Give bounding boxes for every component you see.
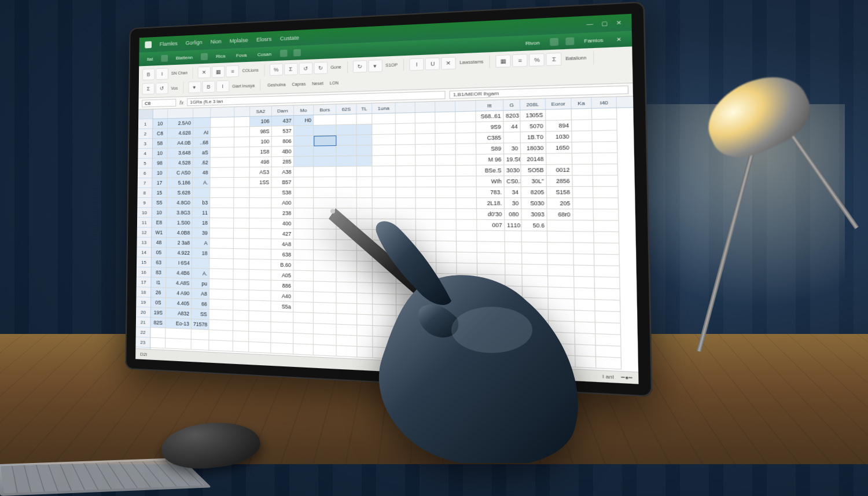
cell[interactable] [336,219,356,229]
cell[interactable] [249,259,271,270]
cell[interactable] [314,260,336,271]
cell[interactable]: A00 [271,198,293,208]
cell[interactable] [373,230,396,241]
zoom-slider-icon[interactable]: ━●━ [621,374,632,381]
cell[interactable] [396,251,417,262]
cell[interactable] [293,323,314,335]
cell[interactable] [294,208,314,219]
cell[interactable] [209,320,234,331]
cell[interactable] [210,218,234,229]
row-header[interactable]: 11 [137,218,152,227]
cell[interactable] [249,291,271,302]
cell[interactable] [574,254,595,266]
row-header[interactable]: 8 [137,188,152,198]
cell[interactable]: 15 [152,188,167,198]
cell[interactable] [357,114,373,125]
cell[interactable] [396,273,417,284]
cell[interactable] [477,264,505,275]
cell[interactable] [456,133,477,144]
cell[interactable]: B.60 [271,260,294,271]
cell[interactable]: A05 [271,270,294,281]
toolbar-button[interactable]: ≡ [512,54,528,67]
cell[interactable] [314,115,336,126]
cell[interactable] [211,127,234,138]
cell[interactable] [396,305,417,317]
row-header[interactable]: 7 [138,178,152,188]
cell[interactable]: 71578 [192,319,209,330]
toolbar-button[interactable]: ▦ [496,54,512,68]
cell[interactable] [271,343,293,355]
cell[interactable] [396,155,415,166]
cell[interactable] [505,253,522,264]
toolbar-button[interactable]: ▦ [212,65,225,78]
cell[interactable]: CS0.3 [505,176,521,187]
cell[interactable] [522,243,548,254]
cell[interactable] [372,113,396,124]
cell[interactable] [437,350,458,362]
cell[interactable] [416,188,436,199]
toolbar-button[interactable]: % [529,53,545,67]
cell[interactable] [249,342,271,354]
ribbon-subtab[interactable]: Blattenn [174,54,195,61]
column-header[interactable] [455,101,476,111]
cell[interactable] [234,259,249,270]
cell[interactable] [396,113,415,124]
cell[interactable]: ..68 [193,138,211,148]
cell[interactable] [477,242,505,253]
cell[interactable]: A38 [271,167,293,178]
cell[interactable] [233,331,249,342]
cell[interactable] [596,346,621,358]
cell[interactable] [458,351,479,363]
cell[interactable] [436,241,457,252]
cell[interactable] [357,325,373,337]
column-header[interactable]: 62S [336,104,356,114]
cell[interactable] [416,209,436,220]
cell[interactable]: 4.922 [167,248,192,258]
cell[interactable]: 68r0 [547,209,573,221]
cell[interactable] [357,219,373,230]
cell[interactable] [294,219,314,229]
cell[interactable] [505,275,523,287]
cell[interactable] [314,167,336,177]
column-header[interactable]: Itt [476,100,503,111]
cell[interactable] [357,293,373,304]
column-header[interactable]: G [503,100,520,110]
cell[interactable] [357,347,373,358]
cell[interactable] [573,198,594,209]
cell[interactable] [572,153,593,165]
cell[interactable] [373,208,396,219]
ribbon-subtab[interactable]: Rica [214,53,228,60]
cell[interactable]: 48 [152,238,167,248]
row-header[interactable]: 15 [137,258,151,268]
cell[interactable] [478,297,506,309]
cell[interactable]: 39 [192,228,210,238]
cell[interactable] [457,285,478,297]
cell[interactable] [314,345,337,357]
ribbon-tab[interactable]: Custate [280,35,299,42]
column-header[interactable]: Darn [272,105,294,116]
cell[interactable]: C8 [153,128,168,139]
cell[interactable]: pu [192,278,209,289]
cell[interactable] [457,318,478,329]
cell[interactable] [457,274,478,286]
cell[interactable] [396,177,415,188]
cell[interactable] [593,131,618,142]
cell[interactable] [523,320,549,332]
cell[interactable]: A. [192,269,210,279]
cell[interactable]: 30 [505,198,521,209]
row-header[interactable]: 18 [136,287,150,297]
cell[interactable] [437,317,458,329]
ribbon-subtab[interactable]: Famios [581,36,606,44]
cell[interactable] [314,208,336,219]
cell[interactable] [415,155,436,166]
cell[interactable] [416,273,436,285]
cell[interactable] [478,330,506,342]
cell[interactable] [234,117,250,127]
cell[interactable] [372,145,396,156]
cell[interactable] [478,319,506,331]
cell[interactable]: 3030 [504,165,521,176]
cell[interactable]: 4.628 [168,128,193,138]
cell[interactable] [336,114,356,125]
cell[interactable] [293,271,314,282]
ribbon-tab[interactable]: Nion [211,38,222,45]
